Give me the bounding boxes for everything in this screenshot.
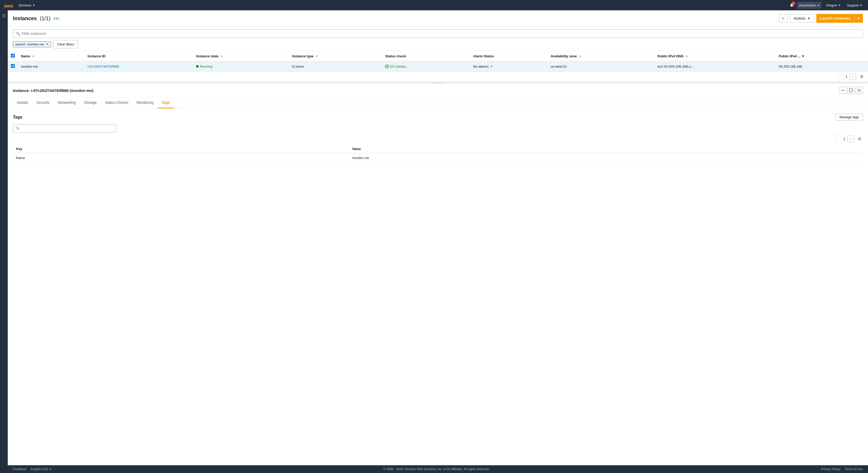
col-status-check: Status check <box>382 51 470 61</box>
instances-header: Instances (1/1) Info ↻ Actions ▼ Launch … <box>8 10 868 27</box>
instances-table: Name ▼ Instance ID Instance state ▼ Inst… <box>8 51 868 71</box>
filter-search-row: 🔍 <box>13 29 863 38</box>
row-type: t2.micro <box>289 61 382 71</box>
tab-monitoring[interactable]: Monitoring <box>132 97 158 108</box>
checks-ok: ✓ 2/2 checks ... <box>385 65 467 68</box>
support-chevron-icon: ▼ <box>860 4 862 7</box>
row-ipv4: 54.203.195.168 <box>776 61 868 71</box>
tags-prev-page-button[interactable]: ‹ <box>835 136 841 142</box>
table-header-row: Name ▼ Instance ID Instance state ▼ Inst… <box>8 51 868 61</box>
col-ipv4: Public IPv4 ... ▼ <box>776 51 868 61</box>
footer-left: Feedback English (US) ▼ <box>13 467 52 471</box>
select-all-checkbox[interactable] <box>11 54 15 58</box>
refresh-button[interactable]: ↻ <box>779 14 788 23</box>
feedback-link[interactable]: Feedback <box>13 467 27 471</box>
table-row[interactable]: monitor-me i-07c281f74d763f868 Running <box>8 61 868 71</box>
col-instance-id: Instance ID <box>85 51 193 61</box>
tab-security[interactable]: Security <box>32 97 54 108</box>
row-checkbox[interactable] <box>11 64 15 68</box>
account-menu[interactable]: cloudvelum ▼ <box>797 2 822 8</box>
detail-close-button[interactable] <box>856 87 863 94</box>
filter-search-icon: 🔍 <box>16 32 20 36</box>
filter-tags-row: search: monitor-me ✕ Clear filters <box>13 40 863 48</box>
tab-storage[interactable]: Storage <box>80 97 101 108</box>
row-alarm: No alarms + <box>470 61 548 71</box>
table-pagination: ‹ 1 › ⚙ <box>8 71 868 81</box>
services-menu[interactable]: Services ▼ <box>17 3 37 7</box>
region-menu[interactable]: Oregon ▼ <box>824 2 842 8</box>
tags-next-page-button[interactable]: › <box>847 136 854 142</box>
tab-status-checks[interactable]: Status Checks <box>101 97 132 108</box>
az-sort-icon: ▼ <box>579 55 582 58</box>
notifications-bell[interactable]: 1 <box>789 3 794 8</box>
state-sort-icon: ▼ <box>220 55 223 58</box>
support-menu[interactable]: Support ▼ <box>845 2 864 8</box>
clear-filters-button[interactable]: Clear filters <box>53 40 78 48</box>
row-instance-id: i-07c281f74d763f868 <box>85 61 193 71</box>
row-checkbox-cell <box>8 61 18 71</box>
col-key: Key <box>13 145 349 153</box>
prev-page-button[interactable]: ‹ <box>837 73 843 80</box>
col-ipv4-dns[interactable]: Public IPv4 DNS ▼ <box>654 51 776 61</box>
actions-chevron-icon: ▼ <box>808 17 810 20</box>
checks-circle-icon: ✓ <box>385 65 389 68</box>
close-icon <box>858 89 861 92</box>
type-sort-icon: ▼ <box>315 55 318 58</box>
language-selector[interactable]: English (US) ▼ <box>31 467 52 471</box>
actions-label: Actions <box>794 16 805 21</box>
filter-tag-close-icon[interactable]: ✕ <box>46 42 49 46</box>
region-chevron-icon: ▼ <box>838 4 841 7</box>
add-alarm-icon[interactable]: + <box>490 64 492 69</box>
account-chevron-icon: ▼ <box>817 4 819 7</box>
tab-tags[interactable]: Tags <box>158 97 174 108</box>
ipv4-more-icon: ▼ <box>801 54 805 58</box>
terms-link[interactable]: Terms of Use <box>844 467 863 471</box>
no-alarms: No alarms + <box>473 64 544 69</box>
filter-tag-text: search: monitor-me <box>15 42 44 46</box>
main-content: Instances (1/1) Info ↻ Actions ▼ Launch … <box>8 10 868 473</box>
region-label: Oregon <box>826 3 837 7</box>
launch-instances-button[interactable]: Launch instances ▼ <box>816 14 863 23</box>
aws-logo[interactable]: aws <box>4 3 12 8</box>
info-link[interactable]: Info <box>54 16 59 21</box>
col-instance-type[interactable]: Instance type ▼ <box>289 51 382 61</box>
table-settings-button[interactable]: ⚙ <box>858 73 865 80</box>
tags-search-icon: 🔍 <box>16 127 20 130</box>
instances-count: (1/1) <box>40 15 51 22</box>
tags-section-title: Tags <box>13 115 22 120</box>
support-label: Support <box>847 3 859 7</box>
refresh-icon: ↻ <box>782 16 784 21</box>
footer-copyright: © 2008 - 2020, Amazon Web Services, Inc.… <box>383 467 490 471</box>
expand-icon <box>849 89 853 92</box>
col-az[interactable]: Availability zone ▼ <box>548 51 654 61</box>
manage-tags-button[interactable]: Manage tags <box>836 113 863 121</box>
col-name[interactable]: Name ▼ <box>18 51 85 61</box>
col-value: Value <box>349 145 863 153</box>
footer: Feedback English (US) ▼ © 2008 - 2020, A… <box>8 465 868 473</box>
tags-page-number: 1 <box>843 137 845 141</box>
detail-minimize-button[interactable] <box>839 87 846 94</box>
sidebar-toggle[interactable]: ☰ <box>2 13 6 18</box>
filter-area: 🔍 search: monitor-me ✕ Clear filters <box>8 27 868 51</box>
privacy-policy-link[interactable]: Privacy Policy <box>821 467 841 471</box>
tags-search-input[interactable] <box>21 127 114 130</box>
tab-networking[interactable]: Networking <box>54 97 80 108</box>
tag-row: Name monitor-me <box>13 153 863 163</box>
tags-settings-button[interactable]: ⚙ <box>856 136 863 142</box>
row-status-check: ✓ 2/2 checks ... <box>382 61 470 71</box>
launch-dropdown-icon[interactable]: ▼ <box>854 14 863 23</box>
page-layout: ☰ Instances (1/1) Info ↻ Actions ▼ L <box>0 10 868 473</box>
page-number: 1 <box>845 75 847 79</box>
next-page-button[interactable]: › <box>849 73 856 80</box>
status-running: Running <box>196 65 286 68</box>
col-instance-state[interactable]: Instance state ▼ <box>193 51 289 61</box>
row-name: monitor-me <box>18 61 85 71</box>
detail-expand-button[interactable] <box>847 87 855 94</box>
filter-instances-input[interactable] <box>22 32 860 36</box>
panel-divider[interactable]: — — <box>8 81 868 83</box>
actions-button[interactable]: Actions ▼ <box>790 14 814 23</box>
account-name: cloudvelum <box>799 3 816 7</box>
instance-id-link[interactable]: i-07c281f74d763f868 <box>88 65 119 68</box>
tab-details[interactable]: Details <box>13 97 32 108</box>
status-dot <box>196 65 199 68</box>
